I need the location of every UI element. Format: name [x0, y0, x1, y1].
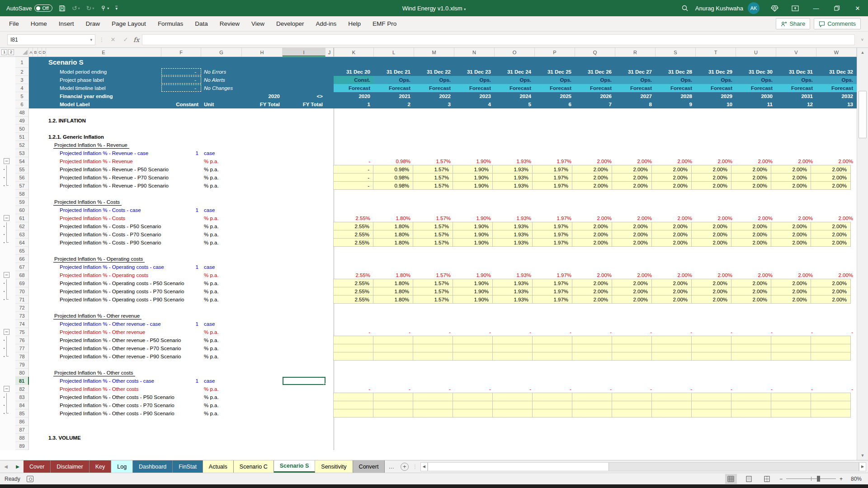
header-data-cell[interactable]: 4: [454, 100, 495, 108]
value-cell[interactable]: [691, 409, 731, 418]
value-cell[interactable]: 2.00%: [731, 279, 771, 287]
row-label-cell[interactable]: Projected Inflation % - Costs - P90 Scen…: [46, 239, 161, 247]
value-cell[interactable]: [656, 141, 696, 149]
sheet-tab-disclaimer[interactable]: Disclaimer: [51, 460, 89, 473]
value-cell[interactable]: -: [374, 385, 414, 393]
unit-cell[interactable]: [201, 426, 242, 434]
row-header-79[interactable]: 79: [15, 361, 29, 369]
column-header-W[interactable]: W: [816, 48, 857, 56]
value-cell[interactable]: 1.80%: [374, 271, 414, 279]
cell[interactable]: [326, 296, 334, 304]
sheet-tab-key[interactable]: Key: [90, 460, 112, 473]
ribbon-tab-help[interactable]: Help: [342, 16, 367, 31]
header-status-cell[interactable]: [201, 92, 242, 100]
value-cell[interactable]: 1.57%: [413, 165, 453, 174]
scroll-down-icon[interactable]: ▼: [857, 451, 868, 460]
unit-cell[interactable]: % p.a.: [201, 214, 242, 222]
value-cell[interactable]: [651, 352, 692, 361]
value-cell[interactable]: [575, 190, 615, 198]
cell-spacer[interactable]: [29, 141, 46, 149]
header-data-cell[interactable]: 8: [615, 100, 656, 108]
value-cell[interactable]: [736, 149, 776, 157]
value-cell[interactable]: [816, 304, 857, 312]
value-cell[interactable]: [691, 344, 731, 352]
value-cell[interactable]: [575, 312, 615, 320]
constant-cell[interactable]: [161, 336, 201, 344]
cell[interactable]: [283, 418, 326, 426]
value-cell[interactable]: -: [333, 181, 373, 190]
value-cell[interactable]: 1.80%: [373, 222, 413, 230]
value-cell[interactable]: [334, 255, 374, 263]
value-cell[interactable]: 2.00%: [771, 230, 811, 239]
ribbon-tab-emf-pro[interactable]: EMF Pro: [367, 16, 402, 31]
value-cell[interactable]: [656, 108, 696, 117]
row-label-cell[interactable]: Projected Inflation % - Revenue - P70 Sc…: [46, 174, 161, 182]
cell[interactable]: [283, 149, 326, 157]
unit-cell[interactable]: [201, 125, 242, 133]
value-cell[interactable]: [572, 401, 612, 409]
header-data-cell[interactable]: 12: [776, 100, 816, 108]
value-cell[interactable]: [453, 352, 493, 361]
row-label-cell[interactable]: Projected Inflation % - Costs: [46, 198, 161, 206]
cell[interactable]: [283, 336, 326, 344]
value-cell[interactable]: [535, 247, 575, 255]
header-fytotal-cell[interactable]: [242, 84, 283, 92]
dashed-input[interactable]: -: [161, 76, 201, 84]
value-cell[interactable]: [374, 141, 414, 149]
value-cell[interactable]: [454, 263, 495, 271]
scroll-right-icon[interactable]: ▶: [859, 462, 866, 471]
cell-spacer[interactable]: [29, 434, 46, 442]
column-header-Q[interactable]: Q: [575, 48, 615, 56]
cell[interactable]: [242, 336, 283, 344]
cell-spacer[interactable]: [29, 100, 46, 108]
ribbon-tab-data[interactable]: Data: [189, 16, 214, 31]
header-data-cell[interactable]: 31 Dec 22: [414, 68, 454, 76]
value-cell[interactable]: [736, 125, 776, 133]
value-cell[interactable]: -: [414, 385, 454, 393]
value-cell[interactable]: [334, 190, 374, 198]
value-cell[interactable]: [575, 206, 615, 214]
header-data-cell[interactable]: Forecast: [696, 84, 736, 92]
value-cell[interactable]: [334, 198, 374, 206]
value-cell[interactable]: [495, 117, 535, 125]
cell[interactable]: [326, 206, 334, 214]
cell-spacer[interactable]: [29, 287, 46, 296]
value-cell[interactable]: [334, 442, 374, 450]
collapse-group-button[interactable]: −: [4, 215, 9, 221]
cell[interactable]: [283, 108, 326, 117]
value-cell[interactable]: [334, 247, 374, 255]
value-cell[interactable]: -: [495, 328, 535, 336]
cell[interactable]: [242, 206, 283, 214]
value-cell[interactable]: [615, 206, 656, 214]
value-cell[interactable]: [374, 149, 414, 157]
value-cell[interactable]: [572, 344, 612, 352]
constant-cell[interactable]: [161, 344, 201, 352]
value-cell[interactable]: [535, 320, 575, 328]
row-label-cell[interactable]: Projected Inflation % - Other costs - ca…: [46, 377, 161, 385]
value-cell[interactable]: 2.00%: [811, 238, 851, 247]
value-cell[interactable]: [776, 247, 816, 255]
row-header-49[interactable]: 49: [15, 117, 29, 125]
row-label-cell[interactable]: [46, 247, 161, 255]
value-cell[interactable]: 2.00%: [691, 181, 731, 190]
column-header-O[interactable]: O: [495, 48, 535, 56]
cell[interactable]: [283, 271, 326, 279]
cell[interactable]: [242, 434, 283, 442]
insert-function-icon[interactable]: fx: [133, 36, 139, 43]
cell[interactable]: [283, 263, 326, 271]
header-input-cell[interactable]: -: [161, 68, 201, 76]
row-header-89[interactable]: 89: [15, 442, 29, 450]
header-data-cell[interactable]: 2022: [414, 92, 454, 100]
value-cell[interactable]: [572, 352, 612, 361]
value-cell[interactable]: [535, 190, 575, 198]
header-data-cell[interactable]: Ops.: [374, 76, 414, 84]
row-header-84[interactable]: 84: [15, 401, 29, 409]
value-cell[interactable]: 1.97%: [532, 238, 572, 247]
value-cell[interactable]: [414, 198, 454, 206]
value-cell[interactable]: 2.00%: [572, 165, 612, 174]
cell-spacer[interactable]: [29, 239, 46, 247]
row-label-cell[interactable]: [46, 304, 161, 312]
row-label-cell[interactable]: Projected Inflation % - Revenue - P50 Sc…: [46, 165, 161, 174]
sheet-tab-scenario-s[interactable]: Scenario S: [274, 460, 316, 473]
constant-cell[interactable]: [161, 165, 201, 174]
